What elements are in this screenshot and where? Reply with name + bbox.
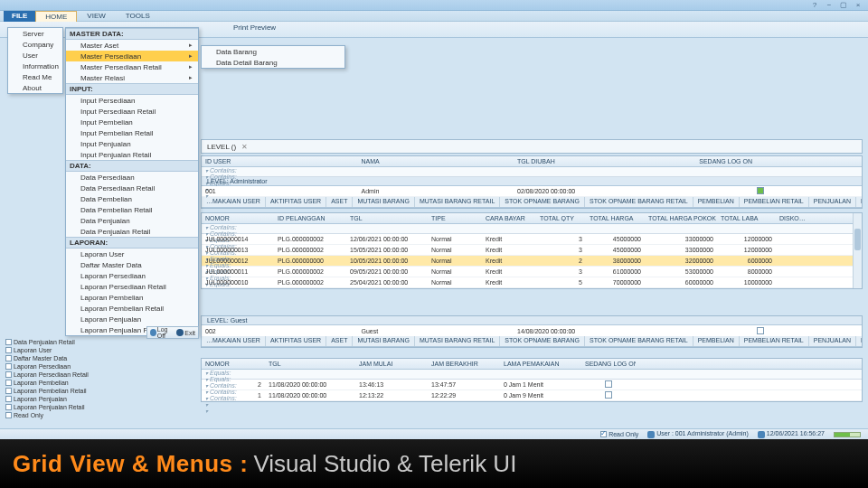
help-button[interactable]: ? [808, 0, 821, 9]
submenu-item[interactable]: Input Penjualan Retail [66, 149, 198, 160]
detail-tab[interactable]: STOK OPNAME BARANG RETAIL [585, 197, 693, 207]
detail-tab[interactable]: PENJUALAN [809, 336, 856, 346]
detail-tab[interactable]: MUTASI BARANG [353, 197, 414, 207]
submenu-item[interactable]: Laporan User [66, 249, 198, 259]
submenu-item[interactable]: Input Pembelian Retail [66, 127, 198, 138]
file-menu-item[interactable]: Read Me [8, 71, 62, 82]
logoff-icon [150, 329, 156, 336]
ribbon-print-preview[interactable]: Print Preview [233, 23, 276, 32]
detail-tab[interactable]: PEMBELIAN [693, 336, 740, 346]
tab-home[interactable]: HOME [35, 11, 77, 22]
tree-node[interactable]: Data Penjualan Retail [4, 338, 90, 346]
checkbox-icon[interactable] [5, 371, 12, 378]
detail-tab[interactable]: STOK OPNAME BARANG RETAIL [585, 336, 693, 346]
detail-tab[interactable]: PEMBELIAN RETAIL [740, 336, 809, 346]
submenu-item[interactable]: Master Persediaan Retail▸ [66, 61, 198, 72]
submenu-item[interactable]: Master Persediaan▸ [66, 51, 198, 61]
level-clear-icon[interactable]: ✕ [241, 143, 248, 151]
submenu-item[interactable]: Daftar Master Data [66, 259, 198, 270]
detail-tab[interactable]: MUTASI BARANG RETAIL [415, 336, 500, 346]
submenu-item[interactable]: Data Pembelian [66, 193, 198, 204]
table-row[interactable]: 211/08/2020 00:00:0013:46:1313:47:570 Ja… [202, 380, 862, 390]
file-menu-item[interactable]: User [8, 50, 62, 61]
submenu-item[interactable]: Laporan Penjualan [66, 314, 198, 324]
submenu-item[interactable]: Data Persediaan Retail [66, 183, 198, 193]
table-row[interactable]: JUL000000010PLG.00000000225/04/2021 00:0… [202, 277, 862, 288]
file-menu-item[interactable]: Information [8, 61, 62, 71]
tree-node[interactable]: Laporan Penjualan [4, 395, 90, 403]
detail-tab[interactable]: MUTASI BARANG RETAIL [415, 197, 500, 207]
detail-tab[interactable]: PENJUALAN RETAIL [856, 197, 862, 207]
detail-tab[interactable]: PEMBELIAN RETAIL [740, 197, 809, 207]
submenu-item[interactable]: Master Relasi▸ [66, 72, 198, 83]
tree-node[interactable]: Laporan Persediaan [4, 362, 90, 371]
detail-tab[interactable]: ASET [326, 336, 353, 346]
checkbox-icon[interactable] [5, 347, 12, 353]
checkbox-icon[interactable] [5, 404, 12, 410]
tree-node[interactable]: Read Only [4, 411, 90, 419]
file-menu-item[interactable]: Company [8, 39, 62, 50]
subsubmenu-item[interactable]: Data Detail Barang [202, 57, 344, 68]
table-row[interactable]: JUL000000012PLG.00000000010/05/2021 00:0… [202, 256, 862, 267]
detail-tab[interactable]: STOK OPNAME BARANG [500, 197, 585, 207]
submenu-item[interactable]: Laporan Persediaan [66, 270, 198, 281]
group-admin[interactable]: LEVEL: Administrator [202, 177, 862, 186]
detail-tab[interactable]: MUTASI BARANG [353, 336, 414, 346]
detail-tab[interactable]: PEMBELIAN [693, 197, 740, 207]
submenu-item[interactable]: Master Aset▸ [66, 40, 198, 51]
detail-tab[interactable]: PENJUALAN [809, 197, 856, 207]
submenu-item[interactable]: Input Pembelian [66, 117, 198, 127]
table-row[interactable]: 111/08/2020 00:00:0012:13:2212:22:290 Ja… [202, 390, 862, 401]
checkbox-icon[interactable] [5, 396, 12, 402]
submenu-item[interactable]: Laporan Pembelian Retail [66, 303, 198, 314]
tree-node[interactable]: Daftar Master Data [4, 354, 90, 362]
minimize-button[interactable]: − [823, 0, 835, 9]
status-user: User : 001 Administrator (Admin) [647, 430, 749, 437]
submenu-item[interactable]: Input Persediaan Retail [66, 106, 198, 117]
checkbox-icon[interactable] [5, 363, 12, 370]
close-button[interactable]: × [852, 0, 864, 9]
tab-file[interactable]: FILE [4, 10, 35, 22]
submenu-item[interactable]: Data Penjualan Retail [66, 226, 198, 237]
detail-tab[interactable]: AKTIFITAS USER [266, 336, 326, 346]
user-grid: ID USERNAMATGL DIUBAHSEDANG LOG ON Conta… [201, 155, 863, 209]
table-row[interactable]: JUL000000014PLG.00000000212/06/2021 00:0… [202, 234, 862, 245]
group-guest[interactable]: LEVEL: Guest [202, 316, 862, 325]
submenu-item[interactable]: Data Persediaan [66, 172, 198, 183]
submenu-item[interactable]: Input Persediaan [66, 95, 198, 106]
checkbox-icon[interactable] [5, 355, 12, 361]
table-row[interactable]: JUL000000013PLG.00000000215/05/2021 00:0… [202, 245, 862, 256]
exit-button[interactable]: Exit [176, 329, 195, 336]
checkbox-icon[interactable] [5, 412, 12, 418]
detail-tab[interactable]: …MAKAIAN USER [202, 197, 266, 207]
file-menu-item[interactable]: Server [8, 28, 62, 39]
subsubmenu-item[interactable]: Data Barang [202, 46, 344, 57]
detail-tab[interactable]: AKTIFITAS USER [266, 197, 326, 207]
tree-node[interactable]: Laporan Pembelian Retail [4, 387, 90, 395]
submenu-item[interactable]: Laporan Persediaan Retail [66, 281, 198, 292]
checkbox-icon[interactable] [5, 380, 12, 386]
tree-node[interactable]: Laporan Persediaan Retail [4, 371, 90, 379]
tree-node[interactable]: Laporan Penjualan Retail [4, 403, 90, 411]
table-row[interactable]: JUL000000011PLG.00000000209/05/2021 00:0… [202, 267, 862, 277]
tab-tools[interactable]: TOOLS [116, 10, 160, 22]
file-menu-item[interactable]: About [8, 82, 62, 93]
detail-tab[interactable]: PENJUALAN RETAIL [856, 336, 862, 346]
submenu-item[interactable]: Data Penjualan [66, 215, 198, 226]
logoff-button[interactable]: Log Off [150, 326, 175, 339]
submenu-item[interactable]: Input Penjualan [66, 138, 198, 149]
checkbox-icon[interactable] [5, 388, 12, 394]
detail-tab[interactable]: STOK OPNAME BARANG [500, 336, 585, 346]
vertical-scrollbar[interactable] [853, 213, 862, 288]
menu-section-header: LAPORAN: [66, 237, 198, 249]
tree-node[interactable]: Laporan User [4, 346, 90, 354]
level-filter-box[interactable]: LEVEL () ✕ [201, 139, 863, 154]
detail-tab[interactable]: …MAKAIAN USER [202, 336, 266, 346]
submenu-item[interactable]: Laporan Pembelian [66, 292, 198, 303]
tab-view[interactable]: VIEW [77, 10, 115, 22]
maximize-button[interactable]: ▢ [837, 0, 850, 9]
tree-node[interactable]: Laporan Pembelian [4, 379, 90, 387]
detail-tab[interactable]: ASET [326, 197, 353, 207]
checkbox-icon[interactable] [5, 339, 12, 345]
submenu-item[interactable]: Data Pembelian Retail [66, 204, 198, 215]
